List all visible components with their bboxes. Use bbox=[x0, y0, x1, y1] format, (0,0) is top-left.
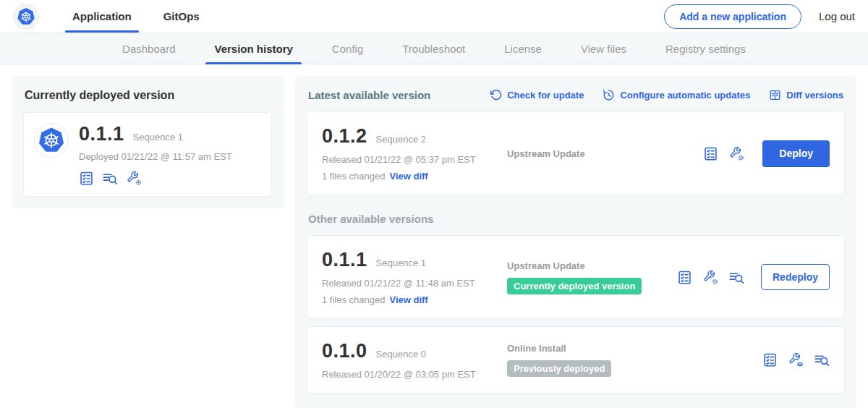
view-diff-link[interactable]: View diff bbox=[389, 171, 427, 182]
version-source: Online Install bbox=[507, 343, 762, 354]
subnav-config[interactable]: Config bbox=[316, 33, 379, 64]
deploy-logs-icon[interactable] bbox=[729, 270, 744, 285]
files-changed-label: 1 files changed bbox=[322, 294, 385, 305]
schedule-icon bbox=[603, 89, 615, 101]
version-sequence: Sequence 0 bbox=[376, 349, 426, 360]
subnav-troubleshoot[interactable]: Troubleshoot bbox=[386, 33, 481, 64]
version-source: Upstream Update bbox=[507, 260, 677, 271]
preflight-checks-icon[interactable] bbox=[703, 146, 718, 161]
files-changed-label: 1 files changed bbox=[322, 171, 385, 182]
check-for-update-label: Check for update bbox=[507, 90, 584, 101]
version-number: 0.1.0 bbox=[322, 340, 367, 362]
diff-versions-label: Diff versions bbox=[786, 90, 843, 101]
configure-updates-link[interactable]: Configure automatic updates bbox=[603, 89, 750, 101]
deployed-sequence: Sequence 1 bbox=[133, 132, 183, 143]
currently-deployed-badge: Currently deployed version bbox=[507, 278, 642, 294]
deploy-logs-icon[interactable] bbox=[103, 171, 118, 186]
redeploy-button[interactable]: Redeploy bbox=[761, 264, 830, 290]
deployed-timestamp: Deployed 01/21/22 @ 11:57 am EST bbox=[79, 151, 232, 162]
currently-deployed-title: Currently deployed version bbox=[25, 89, 272, 102]
check-for-update-link[interactable]: Check for update bbox=[490, 89, 584, 101]
subnav-dashboard[interactable]: Dashboard bbox=[106, 33, 191, 64]
tab-application[interactable]: Application bbox=[59, 0, 145, 33]
header-tabs: Application GitOps bbox=[59, 0, 213, 33]
version-source: Upstream Update bbox=[507, 148, 703, 159]
app-subnav: Dashboard Version history Config Trouble… bbox=[0, 33, 868, 64]
subnav-view-files[interactable]: View files bbox=[565, 33, 642, 64]
released-timestamp: Released 01/21/22 @ 11:48 am EST bbox=[322, 278, 507, 289]
version-number: 0.1.2 bbox=[322, 125, 367, 148]
view-diff-link[interactable]: View diff bbox=[389, 294, 427, 305]
latest-version-title: Latest available version bbox=[308, 89, 430, 101]
deployed-version-number: 0.1.1 bbox=[79, 123, 124, 145]
logout-button[interactable]: Log out bbox=[819, 10, 855, 22]
config-view-icon[interactable] bbox=[788, 352, 804, 367]
version-row-0-1-1: 0.1.1 Sequence 1 Released 01/21/22 @ 11:… bbox=[307, 235, 845, 319]
released-timestamp: Released 01/20/22 @ 03:05 pm EST bbox=[322, 369, 507, 380]
deploy-logs-icon[interactable] bbox=[814, 352, 830, 367]
app-header: Application GitOps Add a new application… bbox=[0, 0, 868, 33]
config-icon[interactable] bbox=[729, 146, 744, 161]
other-versions-title: Other available versions bbox=[308, 213, 843, 225]
diff-icon bbox=[769, 89, 781, 101]
diff-versions-link[interactable]: Diff versions bbox=[769, 89, 843, 101]
version-row-0-1-2: 0.1.2 Sequence 2 Released 01/21/22 @ 05:… bbox=[307, 111, 845, 195]
released-timestamp: Released 01/21/22 @ 05:37 pm EST bbox=[322, 154, 507, 165]
subnav-license[interactable]: License bbox=[488, 33, 558, 64]
kubernetes-logo-icon[interactable] bbox=[13, 4, 39, 30]
preflight-checks-icon[interactable] bbox=[762, 352, 778, 367]
version-row-0-1-0: 0.1.0 Sequence 0 Released 01/20/22 @ 03:… bbox=[307, 326, 845, 394]
previously-deployed-badge: Previously deployed bbox=[507, 360, 611, 377]
subnav-registry-settings[interactable]: Registry settings bbox=[650, 33, 762, 64]
version-number: 0.1.1 bbox=[322, 249, 367, 271]
config-icon[interactable] bbox=[127, 171, 142, 186]
add-application-button[interactable]: Add a new application bbox=[664, 4, 801, 29]
version-history-panel: Latest available version Check for updat… bbox=[295, 76, 856, 408]
preflight-checks-icon[interactable] bbox=[677, 270, 692, 285]
tab-gitops[interactable]: GitOps bbox=[150, 0, 213, 33]
currently-deployed-card: Currently deployed version 0.1.1 Sequenc… bbox=[12, 76, 284, 208]
subnav-version-history[interactable]: Version history bbox=[198, 33, 308, 64]
configure-updates-label: Configure automatic updates bbox=[620, 90, 750, 101]
deploy-button[interactable]: Deploy bbox=[762, 140, 830, 166]
version-sequence: Sequence 2 bbox=[376, 134, 426, 145]
app-kubernetes-icon bbox=[34, 123, 69, 158]
config-icon[interactable] bbox=[703, 270, 718, 285]
preflight-checks-icon[interactable] bbox=[79, 171, 94, 186]
deployed-version-box: 0.1.1 Sequence 1 Deployed 01/21/22 @ 11:… bbox=[23, 112, 272, 197]
version-sequence: Sequence 1 bbox=[376, 258, 426, 268]
refresh-icon bbox=[490, 89, 502, 101]
